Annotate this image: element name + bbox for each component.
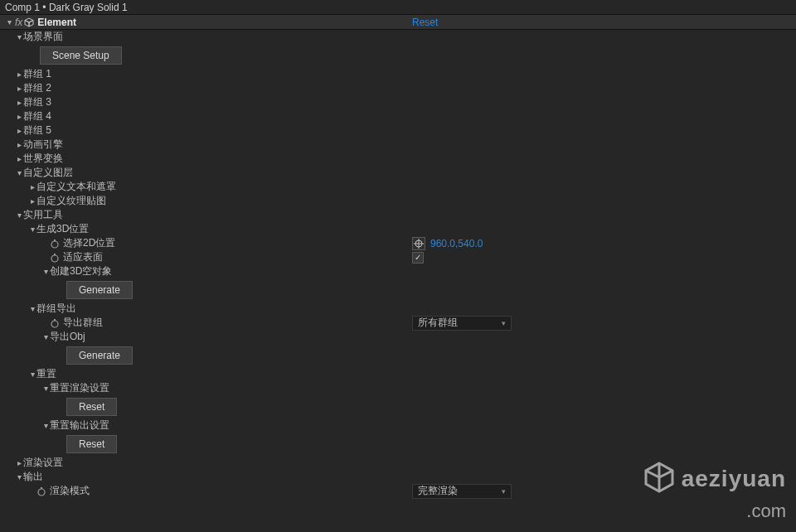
svg-rect-6 xyxy=(54,254,56,255)
section-label: 群组 2 xyxy=(23,81,51,95)
section-label: 自定义图层 xyxy=(23,166,73,180)
render-mode-dropdown[interactable]: 完整渲染▾ xyxy=(412,484,512,499)
section-label: 实用工具 xyxy=(23,208,63,222)
chevron-down-icon[interactable] xyxy=(28,225,36,234)
chevron-down-icon[interactable] xyxy=(28,370,36,379)
prop-label: 渲染模式 xyxy=(50,484,90,498)
chevron-down-icon[interactable] xyxy=(15,168,23,177)
reset-link[interactable]: Reset xyxy=(412,17,438,28)
section-reset-render[interactable]: 重置渲染设置 xyxy=(0,381,796,395)
chevron-down-icon[interactable] xyxy=(41,384,50,393)
prop-label: 适应表面 xyxy=(63,250,103,264)
chevron-right-icon[interactable] xyxy=(15,126,23,135)
section-group[interactable]: 群组 5 xyxy=(0,123,796,138)
section-group-export[interactable]: 群组导出 xyxy=(0,302,796,316)
section-label: 世界变换 xyxy=(23,152,63,166)
chevron-right-icon[interactable] xyxy=(15,98,23,107)
section-label: 群组 3 xyxy=(23,95,51,109)
svg-point-9 xyxy=(38,489,45,496)
section-anim-engine[interactable]: 动画引擎 xyxy=(0,138,796,152)
prop-label: 导出群组 xyxy=(63,316,103,330)
stopwatch-icon[interactable] xyxy=(36,486,46,496)
chevron-down-icon[interactable] xyxy=(41,332,50,341)
chevron-right-icon[interactable] xyxy=(15,84,23,93)
reset-button[interactable]: Reset xyxy=(66,435,117,453)
svg-point-0 xyxy=(51,241,58,248)
svg-rect-10 xyxy=(41,487,42,489)
section-label: 场景界面 xyxy=(23,30,63,44)
section-group[interactable]: 群组 1 xyxy=(0,67,796,81)
chevron-down-icon[interactable] xyxy=(41,267,50,276)
chevron-down-icon: ▾ xyxy=(502,319,506,327)
scene-setup-button[interactable]: Scene Setup xyxy=(40,46,122,65)
section-scene-interface[interactable]: 场景界面 xyxy=(0,30,796,44)
chevron-down-icon[interactable] xyxy=(28,304,36,313)
prop-label: 选择2D位置 xyxy=(63,236,115,250)
section-reset-output[interactable]: 重置输出设置 xyxy=(0,418,796,433)
section-generate-3d[interactable]: 生成3D位置 xyxy=(0,222,796,236)
stopwatch-icon[interactable] xyxy=(50,253,60,263)
section-label: 群组 4 xyxy=(23,109,51,123)
section-group[interactable]: 群组 4 xyxy=(0,109,796,123)
chevron-right-icon[interactable] xyxy=(15,154,23,163)
generate-button[interactable]: Generate xyxy=(66,281,133,299)
section-label: 动画引擎 xyxy=(23,138,63,152)
prop-render-mode: 渲染模式 完整渲染▾ xyxy=(0,484,796,498)
section-label: 重置 xyxy=(36,367,56,381)
section-render-settings[interactable]: 渲染设置 xyxy=(0,456,796,470)
section-export-obj[interactable]: 导出Obj xyxy=(0,330,796,344)
chevron-down-icon: ▾ xyxy=(502,487,506,496)
prop-value[interactable]: 960.0,540.0 xyxy=(430,238,483,249)
checkbox[interactable] xyxy=(412,252,424,264)
reset-button[interactable]: Reset xyxy=(66,398,117,416)
chevron-down-icon[interactable] xyxy=(15,472,23,481)
section-group[interactable]: 群组 3 xyxy=(0,95,796,109)
section-label: 自定义文本和遮罩 xyxy=(36,180,116,194)
section-group[interactable]: 群组 2 xyxy=(0,81,796,95)
section-world-transform[interactable]: 世界变换 xyxy=(0,152,796,166)
export-group-dropdown[interactable]: 所有群组▾ xyxy=(412,316,512,331)
chevron-down-icon[interactable] xyxy=(15,32,23,41)
chevron-right-icon[interactable] xyxy=(28,196,36,206)
section-label: 重置输出设置 xyxy=(50,418,109,433)
section-label: 重置渲染设置 xyxy=(50,381,109,395)
generate-button[interactable]: Generate xyxy=(66,346,133,365)
dropdown-value: 所有群组 xyxy=(418,316,458,330)
section-label: 渲染设置 xyxy=(23,456,63,470)
crosshair-picker-button[interactable] xyxy=(412,237,425,250)
breadcrumb: Comp 1 • Dark Gray Solid 1 xyxy=(0,0,796,15)
section-reset[interactable]: 重置 xyxy=(0,367,796,381)
chevron-right-icon[interactable] xyxy=(15,112,23,121)
section-utilities[interactable]: 实用工具 xyxy=(0,208,796,222)
stopwatch-icon[interactable] xyxy=(50,239,60,249)
chevron-down-icon[interactable] xyxy=(15,210,23,220)
section-output[interactable]: 输出 xyxy=(0,470,796,484)
section-label: 群组导出 xyxy=(36,302,76,316)
chevron-right-icon[interactable] xyxy=(15,140,23,149)
stopwatch-icon[interactable] xyxy=(50,318,60,328)
cube-icon xyxy=(24,17,34,27)
section-custom-layers[interactable]: 自定义图层 xyxy=(0,166,796,180)
section-label: 自定义纹理贴图 xyxy=(36,194,106,208)
svg-rect-8 xyxy=(54,319,56,321)
effect-name: Element xyxy=(37,17,76,28)
section-custom-texture[interactable]: 自定义纹理贴图 xyxy=(0,194,796,208)
svg-point-5 xyxy=(51,255,58,262)
section-custom-text-mask[interactable]: 自定义文本和遮罩 xyxy=(0,180,796,194)
dropdown-value: 完整渲染 xyxy=(418,484,458,498)
chevron-down-icon[interactable] xyxy=(5,17,13,27)
prop-fit-surface: 适应表面 xyxy=(0,250,796,264)
chevron-right-icon[interactable] xyxy=(28,182,36,191)
fx-prefix: fx xyxy=(15,17,22,28)
section-create-null[interactable]: 创建3D空对象 xyxy=(0,264,796,278)
chevron-right-icon[interactable] xyxy=(15,70,23,79)
section-label: 导出Obj xyxy=(50,330,85,344)
chevron-down-icon[interactable] xyxy=(41,421,50,430)
prop-pick-2d: 选择2D位置 960.0,540.0 xyxy=(0,236,796,250)
effect-header[interactable]: fx Element Reset xyxy=(0,15,796,30)
section-label: 输出 xyxy=(23,470,43,484)
svg-point-7 xyxy=(51,321,58,327)
chevron-right-icon[interactable] xyxy=(15,458,23,467)
section-label: 群组 1 xyxy=(23,67,51,81)
watermark-text: .com xyxy=(642,501,786,522)
